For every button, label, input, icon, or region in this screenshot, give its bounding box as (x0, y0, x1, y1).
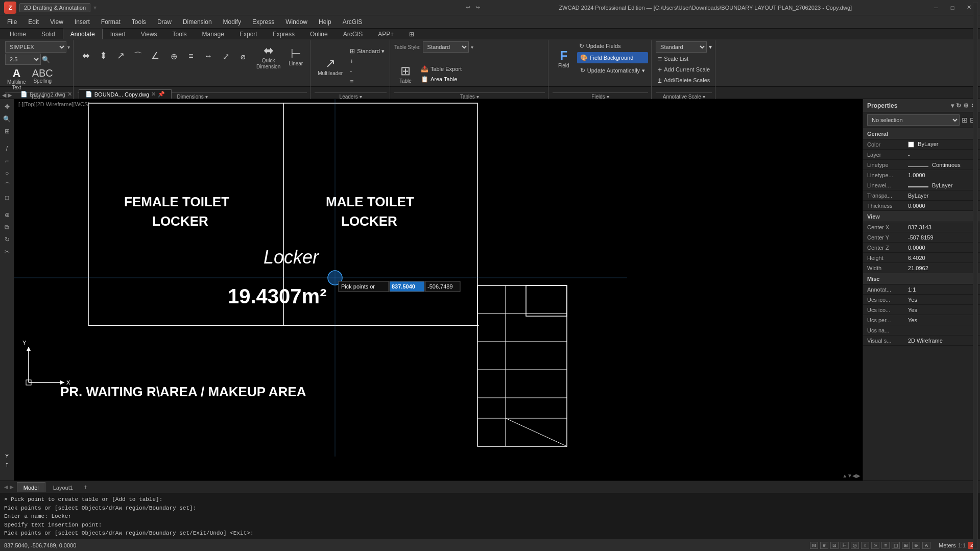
undo-btn[interactable]: ↩ (464, 3, 472, 12)
doc-tab-boundary-close[interactable]: ✕ (151, 91, 156, 98)
status-model-btn[interactable]: M (810, 542, 818, 549)
dim-btn-1[interactable]: ⬌ (78, 49, 94, 63)
dim-btn-7[interactable]: ≡ (183, 51, 199, 62)
command-line[interactable]: × Pick point to create table or [Add to … (0, 493, 980, 539)
workspace-selector[interactable]: 2D Drafting & Annotation ▾ (19, 3, 461, 12)
dim-btn-10[interactable]: ⌀ (235, 51, 251, 62)
polyline-btn[interactable]: ⌐ (2, 155, 13, 166)
update-auto-btn[interactable]: ↻ Update Automatically ▾ (577, 65, 648, 76)
tab-tools[interactable]: Tools (165, 29, 195, 39)
status-gizmo-btn[interactable]: ⊕ (912, 542, 920, 549)
leader-remove-btn[interactable]: - (348, 67, 387, 76)
update-fields-btn[interactable]: ↻ Update Fields (577, 41, 648, 51)
copy-btn[interactable]: ⧉ (2, 222, 13, 233)
layout-tab-model[interactable]: Model (17, 482, 45, 492)
menu-help[interactable]: Help (314, 16, 337, 28)
cmd-scrollbar[interactable] (973, 493, 978, 539)
tab-extra[interactable]: ⊞ (401, 29, 422, 39)
menu-modify[interactable]: Modify (218, 16, 246, 28)
selection-dropdown[interactable]: No selection (867, 114, 960, 126)
tab-home[interactable]: Home (2, 29, 34, 39)
size-dropdown[interactable]: 2.5 (5, 54, 41, 65)
view-section-header[interactable]: View ▾ (863, 211, 980, 222)
tab-manage[interactable]: Manage (195, 29, 232, 39)
zoom-window-btn[interactable]: ⊞ (2, 126, 13, 137)
rotate-btn[interactable]: ↻ (2, 234, 13, 245)
menu-view[interactable]: View (45, 16, 68, 28)
doc-tabs-arrows[interactable]: ◀ ▶ (0, 92, 14, 99)
area-table-btn[interactable]: 📋 Area Table (419, 75, 464, 84)
menu-express[interactable]: Express (247, 16, 279, 28)
dim-btn-2[interactable]: ⬍ (95, 49, 111, 63)
layout-add-btn[interactable]: + (81, 482, 91, 492)
canvas-area[interactable]: [-][Top][2D Wireframe][WCS] FEMALE TOILE… (14, 99, 863, 481)
arc-btn[interactable]: ⌒ (2, 180, 13, 191)
props-settings-btn[interactable]: ⚙ (963, 102, 969, 109)
add-current-scale-btn[interactable]: + Add Current Scale (656, 65, 712, 74)
misc-section-header[interactable]: Misc ▾ (863, 273, 980, 284)
canvas-svg[interactable]: FEMALE TOILET LOCKER MALE TOILET LOCKER … (14, 99, 863, 481)
rect-btn[interactable]: □ (2, 192, 13, 203)
tab-views[interactable]: Views (133, 29, 165, 39)
field-btn[interactable]: F Field (553, 44, 575, 73)
tab-arcgis[interactable]: ArcGIS (336, 29, 371, 39)
status-lineweight-btn[interactable]: ≡ (881, 542, 890, 549)
status-ortho-btn[interactable]: ⊢ (841, 542, 849, 549)
workspace-dropdown[interactable]: 2D Drafting & Annotation (19, 3, 90, 12)
status-snap-btn[interactable]: ⊡ (830, 542, 839, 549)
leader-align-btn[interactable]: ≡ (348, 77, 387, 86)
table-export-btn[interactable]: 📤 Table Export (419, 64, 464, 74)
redo-btn[interactable]: ↪ (473, 3, 482, 12)
scale-list-btn[interactable]: ≡ Scale List (656, 54, 712, 63)
status-transparency-btn[interactable]: ◫ (892, 542, 900, 549)
menu-tools[interactable]: Tools (127, 16, 151, 28)
tab-export[interactable]: Export (232, 29, 265, 39)
tab-online[interactable]: Online (302, 29, 336, 39)
search-icon[interactable]: 🔍 (42, 56, 50, 63)
tab-express[interactable]: Express (265, 29, 302, 39)
quick-dim-btn[interactable]: ⬌ QuickDimension (253, 42, 283, 71)
status-otrack-btn[interactable]: ∞ (871, 542, 879, 549)
multileader-btn[interactable]: ↗ Multileader (315, 52, 346, 81)
dim-btn-8[interactable]: ↔ (200, 51, 217, 62)
table-style-dropdown[interactable]: Standard (423, 41, 469, 53)
menu-file[interactable]: File (2, 16, 22, 28)
props-expand-btn[interactable]: ⊞ (962, 116, 968, 124)
tab-annotate[interactable]: Annotate (63, 29, 103, 39)
props-refresh-btn[interactable]: ↻ (956, 102, 961, 109)
menu-edit[interactable]: Edit (23, 16, 44, 28)
dim-btn-3[interactable]: ↗ (112, 49, 129, 63)
tab-solid[interactable]: Solid (34, 29, 63, 39)
layout-scroll-arrows[interactable]: ◀ ▶ (2, 484, 16, 490)
field-background-btn[interactable]: 🎨 Field Background (577, 52, 648, 63)
leader-add-btn[interactable]: + (348, 57, 387, 66)
trim-btn[interactable]: ✂ (2, 246, 13, 257)
pan-btn[interactable]: ✥ (2, 101, 13, 112)
layout-tab-layout1[interactable]: Layout1 (46, 482, 80, 492)
doc-tab-drawing2[interactable]: 📄 Drawing2.dwg ✕ (14, 89, 79, 99)
status-polar-btn[interactable]: ◎ (851, 542, 859, 549)
status-ann-btn[interactable]: A (922, 542, 930, 549)
doc-tab-boundary-pin[interactable]: 📌 (158, 91, 165, 98)
tab-app-plus[interactable]: APP+ (370, 29, 401, 39)
menu-window[interactable]: Window (280, 16, 313, 28)
menu-format[interactable]: Format (96, 16, 126, 28)
menu-arcgis[interactable]: ArcGIS (338, 16, 368, 28)
maximize-btn[interactable]: □ (945, 3, 960, 13)
status-selection-btn[interactable]: ⊞ (902, 542, 910, 549)
menu-insert[interactable]: Insert (69, 16, 95, 28)
leader-style-btn[interactable]: ⊞ Standard ▾ (348, 46, 387, 56)
props-dropdown-btn[interactable]: ▾ (951, 102, 954, 109)
menu-draw[interactable]: Draw (152, 16, 177, 28)
status-grid-btn[interactable]: # (820, 542, 828, 549)
dim-btn-4[interactable]: ⌒ (130, 49, 146, 63)
menu-dimension[interactable]: Dimension (178, 16, 217, 28)
line-btn[interactable]: / (2, 143, 13, 154)
minimize-btn[interactable]: ─ (929, 3, 943, 13)
dim-btn-9[interactable]: ⤢ (218, 51, 234, 62)
general-section-header[interactable]: General ▾ (863, 128, 980, 139)
dim-btn-5[interactable]: ∠ (147, 49, 163, 63)
doc-tab-boundary[interactable]: 📄 BOUNDA... Copy.dwg ✕ 📌 (79, 89, 172, 99)
tab-insert[interactable]: Insert (103, 29, 133, 39)
linear-btn[interactable]: ⊢ Linear (284, 42, 307, 71)
